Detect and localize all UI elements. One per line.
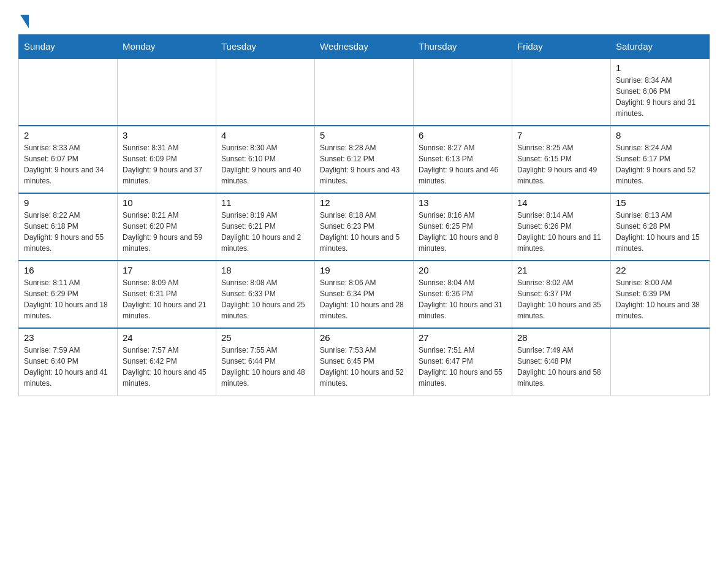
calendar-cell: 10Sunrise: 8:21 AM Sunset: 6:20 PM Dayli… (118, 193, 216, 261)
day-number: 2 (24, 130, 112, 140)
day-number: 11 (221, 197, 309, 208)
calendar-cell: 8Sunrise: 8:24 AM Sunset: 6:17 PM Daylig… (611, 126, 710, 193)
calendar-cell: 3Sunrise: 8:31 AM Sunset: 6:09 PM Daylig… (118, 126, 216, 193)
calendar-table: SundayMondayTuesdayWednesdayThursdayFrid… (18, 34, 710, 396)
page-header (18, 12, 710, 28)
day-info: Sunrise: 8:33 AM Sunset: 6:07 PM Dayligh… (24, 142, 112, 186)
day-info: Sunrise: 7:59 AM Sunset: 6:40 PM Dayligh… (24, 345, 112, 389)
day-info: Sunrise: 8:31 AM Sunset: 6:09 PM Dayligh… (123, 142, 211, 186)
day-number: 1 (616, 63, 704, 73)
calendar-cell: 24Sunrise: 7:57 AM Sunset: 6:42 PM Dayli… (118, 328, 216, 396)
day-info: Sunrise: 8:18 AM Sunset: 6:23 PM Dayligh… (320, 210, 408, 254)
weekday-header-saturday: Saturday (611, 35, 710, 59)
weekday-header-wednesday: Wednesday (315, 35, 414, 59)
day-info: Sunrise: 8:04 AM Sunset: 6:36 PM Dayligh… (419, 277, 507, 321)
day-number: 25 (221, 332, 309, 343)
calendar-cell: 26Sunrise: 7:53 AM Sunset: 6:45 PM Dayli… (315, 328, 414, 396)
day-info: Sunrise: 8:25 AM Sunset: 6:15 PM Dayligh… (517, 142, 605, 186)
day-number: 13 (419, 197, 507, 208)
calendar-cell (611, 328, 710, 396)
day-number: 23 (24, 332, 112, 343)
logo (18, 12, 29, 28)
day-number: 14 (517, 197, 605, 208)
calendar-cell: 13Sunrise: 8:16 AM Sunset: 6:25 PM Dayli… (414, 193, 512, 261)
calendar-cell: 7Sunrise: 8:25 AM Sunset: 6:15 PM Daylig… (512, 126, 611, 193)
weekday-header-friday: Friday (512, 35, 611, 59)
day-number: 21 (517, 265, 605, 275)
day-info: Sunrise: 8:08 AM Sunset: 6:33 PM Dayligh… (221, 277, 309, 321)
day-info: Sunrise: 7:51 AM Sunset: 6:47 PM Dayligh… (419, 345, 507, 389)
week-row-1: 1Sunrise: 8:34 AM Sunset: 6:06 PM Daylig… (19, 58, 710, 126)
calendar-cell (414, 58, 512, 126)
calendar-cell: 22Sunrise: 8:00 AM Sunset: 6:39 PM Dayli… (611, 261, 710, 328)
day-number: 24 (123, 332, 211, 343)
weekday-header-thursday: Thursday (414, 35, 512, 59)
day-info: Sunrise: 8:28 AM Sunset: 6:12 PM Dayligh… (320, 142, 408, 186)
day-number: 7 (517, 130, 605, 140)
week-row-4: 16Sunrise: 8:11 AM Sunset: 6:29 PM Dayli… (19, 261, 710, 328)
calendar-cell: 15Sunrise: 8:13 AM Sunset: 6:28 PM Dayli… (611, 193, 710, 261)
day-number: 17 (123, 265, 211, 275)
day-info: Sunrise: 7:57 AM Sunset: 6:42 PM Dayligh… (123, 345, 211, 389)
day-info: Sunrise: 8:19 AM Sunset: 6:21 PM Dayligh… (221, 210, 309, 254)
day-number: 5 (320, 130, 408, 140)
day-number: 28 (517, 332, 605, 343)
day-number: 27 (419, 332, 507, 343)
day-info: Sunrise: 8:02 AM Sunset: 6:37 PM Dayligh… (517, 277, 605, 321)
calendar-cell (512, 58, 611, 126)
calendar-cell (216, 58, 315, 126)
day-info: Sunrise: 8:11 AM Sunset: 6:29 PM Dayligh… (24, 277, 112, 321)
day-info: Sunrise: 8:06 AM Sunset: 6:34 PM Dayligh… (320, 277, 408, 321)
day-number: 16 (24, 265, 112, 275)
calendar-cell: 21Sunrise: 8:02 AM Sunset: 6:37 PM Dayli… (512, 261, 611, 328)
day-info: Sunrise: 8:34 AM Sunset: 6:06 PM Dayligh… (616, 75, 704, 119)
calendar-cell: 4Sunrise: 8:30 AM Sunset: 6:10 PM Daylig… (216, 126, 315, 193)
day-number: 20 (419, 265, 507, 275)
day-info: Sunrise: 8:30 AM Sunset: 6:10 PM Dayligh… (221, 142, 309, 186)
calendar-cell: 1Sunrise: 8:34 AM Sunset: 6:06 PM Daylig… (611, 58, 710, 126)
calendar-cell: 18Sunrise: 8:08 AM Sunset: 6:33 PM Dayli… (216, 261, 315, 328)
calendar-cell: 9Sunrise: 8:22 AM Sunset: 6:18 PM Daylig… (19, 193, 118, 261)
weekday-header-sunday: Sunday (19, 35, 118, 59)
day-number: 26 (320, 332, 408, 343)
day-info: Sunrise: 8:13 AM Sunset: 6:28 PM Dayligh… (616, 210, 704, 254)
day-number: 12 (320, 197, 408, 208)
calendar-cell: 23Sunrise: 7:59 AM Sunset: 6:40 PM Dayli… (19, 328, 118, 396)
calendar-cell: 6Sunrise: 8:27 AM Sunset: 6:13 PM Daylig… (414, 126, 512, 193)
weekday-header-tuesday: Tuesday (216, 35, 315, 59)
calendar-cell: 25Sunrise: 7:55 AM Sunset: 6:44 PM Dayli… (216, 328, 315, 396)
calendar-cell: 27Sunrise: 7:51 AM Sunset: 6:47 PM Dayli… (414, 328, 512, 396)
calendar-cell (315, 58, 414, 126)
day-number: 3 (123, 130, 211, 140)
day-number: 4 (221, 130, 309, 140)
day-info: Sunrise: 8:14 AM Sunset: 6:26 PM Dayligh… (517, 210, 605, 254)
logo-triangle-icon (20, 15, 29, 28)
weekday-header-row: SundayMondayTuesdayWednesdayThursdayFrid… (19, 35, 710, 59)
calendar-cell: 16Sunrise: 8:11 AM Sunset: 6:29 PM Dayli… (19, 261, 118, 328)
day-number: 19 (320, 265, 408, 275)
calendar-cell (118, 58, 216, 126)
week-row-2: 2Sunrise: 8:33 AM Sunset: 6:07 PM Daylig… (19, 126, 710, 193)
day-info: Sunrise: 8:27 AM Sunset: 6:13 PM Dayligh… (419, 142, 507, 186)
day-info: Sunrise: 7:55 AM Sunset: 6:44 PM Dayligh… (221, 345, 309, 389)
calendar-cell: 11Sunrise: 8:19 AM Sunset: 6:21 PM Dayli… (216, 193, 315, 261)
day-info: Sunrise: 8:21 AM Sunset: 6:20 PM Dayligh… (123, 210, 211, 254)
day-info: Sunrise: 8:00 AM Sunset: 6:39 PM Dayligh… (616, 277, 704, 321)
week-row-5: 23Sunrise: 7:59 AM Sunset: 6:40 PM Dayli… (19, 328, 710, 396)
calendar-cell: 5Sunrise: 8:28 AM Sunset: 6:12 PM Daylig… (315, 126, 414, 193)
weekday-header-monday: Monday (118, 35, 216, 59)
day-info: Sunrise: 8:09 AM Sunset: 6:31 PM Dayligh… (123, 277, 211, 321)
calendar-cell: 14Sunrise: 8:14 AM Sunset: 6:26 PM Dayli… (512, 193, 611, 261)
day-number: 10 (123, 197, 211, 208)
calendar-cell: 19Sunrise: 8:06 AM Sunset: 6:34 PM Dayli… (315, 261, 414, 328)
day-info: Sunrise: 7:53 AM Sunset: 6:45 PM Dayligh… (320, 345, 408, 389)
calendar-cell: 12Sunrise: 8:18 AM Sunset: 6:23 PM Dayli… (315, 193, 414, 261)
day-number: 22 (616, 265, 704, 275)
calendar-cell: 17Sunrise: 8:09 AM Sunset: 6:31 PM Dayli… (118, 261, 216, 328)
day-info: Sunrise: 8:22 AM Sunset: 6:18 PM Dayligh… (24, 210, 112, 254)
day-number: 18 (221, 265, 309, 275)
day-info: Sunrise: 7:49 AM Sunset: 6:48 PM Dayligh… (517, 345, 605, 389)
day-number: 6 (419, 130, 507, 140)
day-number: 9 (24, 197, 112, 208)
calendar-cell: 28Sunrise: 7:49 AM Sunset: 6:48 PM Dayli… (512, 328, 611, 396)
